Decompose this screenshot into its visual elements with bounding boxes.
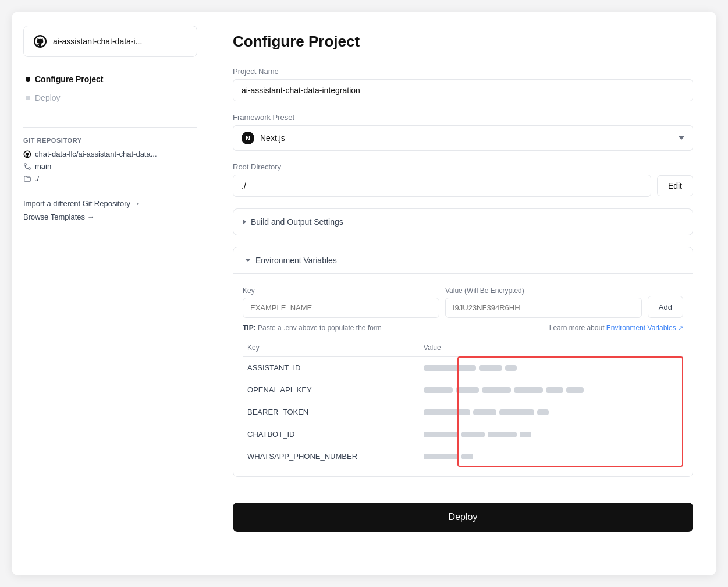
framework-label: Framework Preset	[233, 113, 693, 122]
svg-point-3	[29, 167, 31, 169]
env-tip-left: TIP: Paste a .env above to populate the …	[243, 324, 382, 332]
env-body: Key Value (Will Be Encrypted) Add	[233, 274, 693, 476]
svg-point-2	[24, 163, 27, 165]
env-section-label: Environment Variables	[255, 256, 337, 265]
github-small-icon	[23, 150, 31, 158]
env-key-input[interactable]	[243, 298, 439, 318]
env-key-cell: WHATSAPP_PHONE_NUMBER	[243, 445, 419, 468]
browse-templates-link[interactable]: Browse Templates →	[23, 213, 197, 221]
framework-chevron-icon	[679, 136, 684, 140]
nav-dot-inactive	[26, 96, 30, 100]
sidebar-links: Import a different Git Repository → Brow…	[23, 199, 197, 221]
git-branch-row: main	[23, 162, 197, 171]
nav-configure[interactable]: Configure Project	[23, 71, 197, 87]
nav-dot-active	[26, 77, 30, 82]
env-table-row[interactable]: BEARER_TOKEN	[243, 401, 683, 423]
folder-icon	[23, 175, 31, 183]
nav-deploy[interactable]: Deploy	[23, 90, 197, 106]
git-branch: main	[35, 162, 51, 171]
env-value-col-label: Value (Will Be Encrypted)	[445, 287, 642, 295]
add-button[interactable]: Add	[648, 296, 683, 318]
env-chevron-icon	[245, 259, 251, 262]
root-dir-label: Root Directory	[233, 162, 693, 171]
page-title: Configure Project	[233, 33, 693, 51]
env-value-col-group: Value (Will Be Encrypted)	[445, 287, 642, 318]
git-section-label: GIT REPOSITORY	[23, 137, 197, 144]
main-content: Configure Project Project Name Framework…	[209, 12, 716, 575]
env-learn-more-text: Learn more about	[549, 324, 605, 332]
env-table: Key Value ASSISTANT_IDOPENAI_API_KEYBEAR…	[243, 340, 683, 467]
git-dir: ./	[35, 174, 39, 183]
sidebar: ai-assistant-chat-data-i... Configure Pr…	[12, 12, 209, 575]
framework-value: Next.js	[260, 133, 285, 143]
root-dir-group: Root Directory Edit	[233, 162, 693, 197]
form-section: Project Name Framework Preset N Next.js …	[233, 67, 693, 532]
repo-name: ai-assistant-chat-data-i...	[53, 37, 142, 46]
env-section: Environment Variables Key Value (Will Be…	[233, 247, 693, 477]
framework-group: Framework Preset N Next.js	[233, 113, 693, 151]
git-dir-row: ./	[23, 174, 197, 183]
build-settings-section: Build and Output Settings	[233, 208, 693, 235]
branch-icon	[23, 162, 31, 171]
deploy-button[interactable]: Deploy	[233, 503, 693, 532]
github-icon	[33, 34, 47, 48]
env-value-cell	[419, 445, 683, 468]
git-repo-name: chat-data-llc/ai-assistant-chat-data...	[35, 150, 157, 158]
env-tip-right: Learn more about Environment Variables ↗	[549, 324, 683, 332]
env-value-cell	[419, 357, 683, 379]
env-table-row[interactable]: CHATBOT_ID	[243, 423, 683, 445]
build-settings-header[interactable]: Build and Output Settings	[233, 209, 693, 235]
env-table-wrapper: Key Value ASSISTANT_IDOPENAI_API_KEYBEAR…	[243, 340, 683, 467]
tip-text: Paste a .env above to populate the form	[258, 324, 382, 332]
git-info: chat-data-llc/ai-assistant-chat-data... …	[23, 150, 197, 183]
nextjs-icon: N	[242, 132, 254, 144]
project-name-group: Project Name	[233, 67, 693, 101]
env-learn-link[interactable]: Environment Variables	[606, 324, 676, 332]
tip-bold: TIP:	[243, 324, 256, 332]
env-section-header[interactable]: Environment Variables	[233, 247, 693, 274]
env-key-col-group: Key	[243, 287, 439, 318]
nav-configure-label: Configure Project	[35, 75, 103, 84]
env-table-row[interactable]: OPENAI_API_KEY	[243, 379, 683, 401]
sidebar-nav: Configure Project Deploy	[23, 71, 197, 106]
env-key-col-label: Key	[243, 287, 439, 295]
env-value-cell	[419, 401, 683, 423]
env-key-cell: CHATBOT_ID	[243, 423, 419, 445]
build-chevron-icon	[243, 219, 246, 225]
env-key-cell: OPENAI_API_KEY	[243, 379, 419, 401]
framework-select[interactable]: N Next.js	[233, 125, 693, 151]
env-value-input[interactable]	[445, 298, 642, 318]
env-tip-row: TIP: Paste a .env above to populate the …	[243, 324, 683, 332]
external-link-icon: ↗	[678, 324, 683, 331]
env-value-cell	[419, 423, 683, 445]
nav-deploy-label: Deploy	[35, 93, 61, 102]
repo-box[interactable]: ai-assistant-chat-data-i...	[23, 26, 197, 57]
env-key-cell: BEARER_TOKEN	[243, 401, 419, 423]
env-table-value-header: Value	[419, 340, 683, 357]
env-table-row[interactable]: ASSISTANT_ID	[243, 357, 683, 379]
git-repo-row: chat-data-llc/ai-assistant-chat-data...	[23, 150, 197, 158]
env-table-row[interactable]: WHATSAPP_PHONE_NUMBER	[243, 445, 683, 468]
env-value-cell	[419, 379, 683, 401]
sidebar-divider	[23, 127, 197, 128]
project-name-label: Project Name	[233, 67, 693, 76]
env-key-cell: ASSISTANT_ID	[243, 357, 419, 379]
root-dir-input[interactable]	[233, 175, 651, 197]
edit-button[interactable]: Edit	[657, 175, 693, 196]
build-settings-label: Build and Output Settings	[251, 217, 343, 227]
env-input-row: Key Value (Will Be Encrypted) Add	[243, 283, 683, 318]
framework-left: N Next.js	[242, 132, 285, 144]
add-btn-wrapper: Add	[648, 283, 683, 318]
import-git-link[interactable]: Import a different Git Repository →	[23, 199, 197, 208]
git-section: GIT REPOSITORY chat-data-llc/ai-assistan…	[23, 137, 197, 195]
project-name-input[interactable]	[233, 79, 693, 101]
env-table-key-header: Key	[243, 340, 419, 357]
root-dir-row: Edit	[233, 175, 693, 197]
